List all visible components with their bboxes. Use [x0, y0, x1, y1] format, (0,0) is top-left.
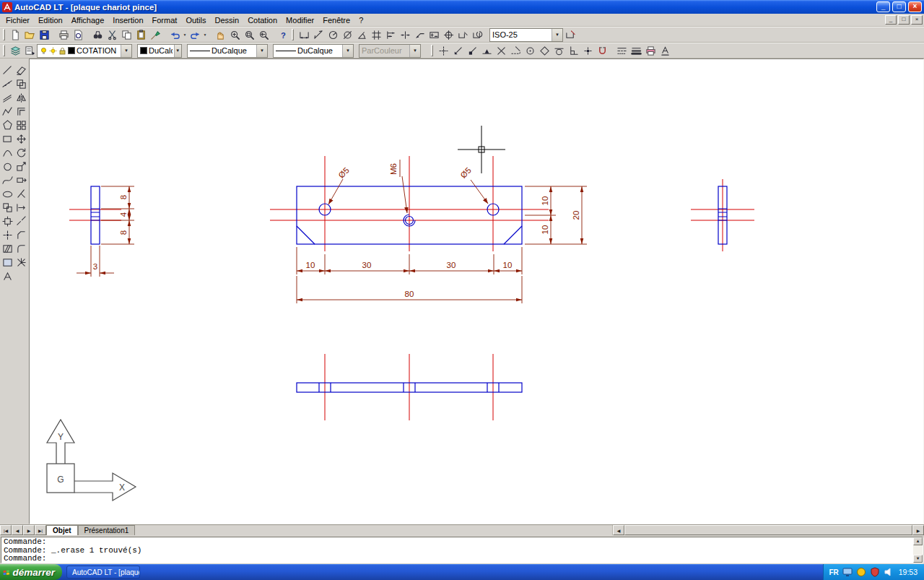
copy-button[interactable] [119, 27, 134, 42]
minimize-button[interactable]: _ [876, 1, 890, 12]
pan-button[interactable] [213, 27, 227, 42]
dim-10-top[interactable]: 10 [541, 196, 549, 206]
language-indicator[interactable]: FR [829, 568, 838, 576]
tab-layout1[interactable]: Présentation1 [78, 525, 136, 535]
ellipse-tool[interactable] [1, 187, 14, 200]
linetype-manager-button[interactable] [614, 43, 629, 58]
redo-dropdown-icon[interactable]: ▼ [202, 33, 208, 37]
polygon-tool[interactable] [1, 118, 14, 131]
zoom-previous-button[interactable] [256, 27, 271, 42]
osnap-intersection-button[interactable] [494, 43, 508, 58]
doc-restore-button[interactable]: □ [898, 15, 910, 25]
layer-combo[interactable]: COTATION ▼ [37, 44, 132, 58]
array-tool[interactable] [15, 118, 28, 131]
mirror-tool[interactable] [15, 91, 28, 104]
extend-tool[interactable] [15, 201, 28, 214]
tab-next-button[interactable]: ▶ [23, 525, 35, 535]
updates-icon[interactable] [856, 567, 866, 577]
osnap-midpoint-button[interactable] [479, 43, 494, 58]
start-button[interactable]: démarrer [0, 564, 62, 580]
insert-block-tool[interactable] [1, 201, 14, 214]
dim-quick-button[interactable] [369, 27, 383, 42]
label-hole-right[interactable]: Ø5 [459, 166, 473, 180]
rotate-tool[interactable] [15, 146, 28, 159]
chevron-down-icon[interactable]: ▼ [174, 45, 181, 57]
linetype-combo[interactable]: DuCalque ▼ [187, 44, 268, 58]
scrollbar-thumb[interactable] [624, 525, 912, 535]
dim-80[interactable]: 80 [405, 290, 414, 298]
scale-tool[interactable] [15, 160, 28, 173]
chevron-down-icon[interactable]: ▼ [121, 45, 131, 57]
menu-dessin[interactable]: Dessin [211, 14, 244, 26]
dim-angular-button[interactable] [354, 27, 369, 42]
undo-dropdown-icon[interactable]: ▼ [182, 33, 188, 37]
menu-fichier[interactable]: Fichier [1, 14, 34, 26]
command-history[interactable]: Commande: Commande: _.erase 1 trouvé(s) … [1, 537, 923, 563]
make-block-tool[interactable] [1, 215, 14, 228]
trim-tool[interactable] [15, 187, 28, 200]
layer-freeze-sun-icon[interactable] [49, 47, 57, 55]
menu-insertion[interactable]: Insertion [108, 14, 147, 26]
snap-from-button[interactable] [450, 43, 465, 58]
dim-30-right[interactable]: 30 [447, 261, 456, 269]
dimension-texts[interactable]: 10 30 30 10 80 10 10 20 8 4 8 3 Ø5 M6 Ø5 [93, 163, 580, 298]
dim-style-manager-button[interactable] [563, 27, 578, 42]
offset-tool[interactable] [15, 105, 28, 118]
open-button[interactable] [22, 27, 37, 42]
menu-edition[interactable]: Edition [34, 14, 67, 26]
fillet-tool[interactable] [15, 242, 28, 255]
arc-tool[interactable] [1, 146, 14, 159]
menu-format[interactable]: Format [148, 14, 182, 26]
spline-tool[interactable] [1, 173, 14, 186]
undo-button[interactable] [167, 27, 182, 42]
display-settings-icon[interactable] [842, 567, 853, 577]
chevron-down-icon[interactable]: ▼ [342, 45, 353, 57]
chamfer-tool[interactable] [15, 228, 28, 241]
menu-fenetre[interactable]: Fenêtre [318, 14, 354, 26]
construction-line-tool[interactable] [1, 77, 14, 90]
circle-tool[interactable] [1, 160, 14, 173]
chevron-down-icon[interactable]: ▼ [256, 45, 267, 57]
scroll-right-button[interactable]: ▶ [912, 525, 924, 535]
clock[interactable]: 19:53 [899, 568, 918, 576]
dim-edit-button[interactable] [456, 27, 470, 42]
polyline-tool[interactable] [1, 105, 14, 118]
print-button[interactable] [56, 27, 71, 42]
label-hole-left[interactable]: Ø5 [337, 166, 351, 180]
redo-button[interactable] [188, 27, 202, 42]
erase-tool[interactable] [15, 64, 28, 77]
dim-10-bottom[interactable]: 10 [541, 225, 549, 235]
text-style-button[interactable] [658, 43, 672, 58]
toolbar-grip[interactable] [292, 29, 294, 40]
dim-3[interactable]: 3 [93, 262, 97, 271]
layer-on-bulb-icon[interactable] [40, 47, 48, 55]
save-button[interactable] [37, 27, 51, 42]
scroll-up-button[interactable]: ▲ [913, 537, 923, 545]
centerlines[interactable] [69, 156, 754, 420]
tab-first-button[interactable]: |◀ [0, 525, 12, 535]
dim-linear-button[interactable] [297, 27, 311, 42]
horizontal-scrollbar[interactable]: ◀ ▶ [612, 525, 924, 535]
region-tool[interactable] [1, 256, 14, 269]
scroll-left-button[interactable]: ◀ [613, 525, 624, 535]
hatch-tool[interactable] [1, 242, 14, 255]
match-properties-button[interactable] [148, 27, 162, 42]
scroll-down-button[interactable]: ▼ [913, 555, 923, 563]
point-tool[interactable] [1, 228, 14, 241]
label-hole-center[interactable]: M6 [389, 163, 398, 175]
command-scrollbar[interactable]: ▲ ▼ [913, 537, 923, 563]
dim-8-top[interactable]: 8 [119, 195, 128, 199]
zoom-window-button[interactable] [242, 27, 256, 42]
drawing-canvas[interactable]: 10 30 30 10 80 10 10 20 8 4 8 3 Ø5 M6 Ø5 [29, 59, 924, 524]
osnap-settings-button[interactable] [595, 43, 609, 58]
command-window[interactable]: Commande: Commande: _.erase 1 trouvé(s) … [0, 535, 924, 564]
dim-baseline-button[interactable] [383, 27, 398, 42]
osnap-extension-button[interactable] [508, 43, 523, 58]
move-tool[interactable] [15, 132, 28, 145]
dim-diameter-button[interactable] [340, 27, 354, 42]
help-button[interactable]: ? [276, 27, 290, 42]
osnap-center-button[interactable] [523, 43, 537, 58]
dim-aligned-button[interactable] [311, 27, 326, 42]
chevron-down-icon[interactable]: ▼ [552, 29, 562, 41]
menu-aide[interactable]: ? [354, 14, 367, 26]
